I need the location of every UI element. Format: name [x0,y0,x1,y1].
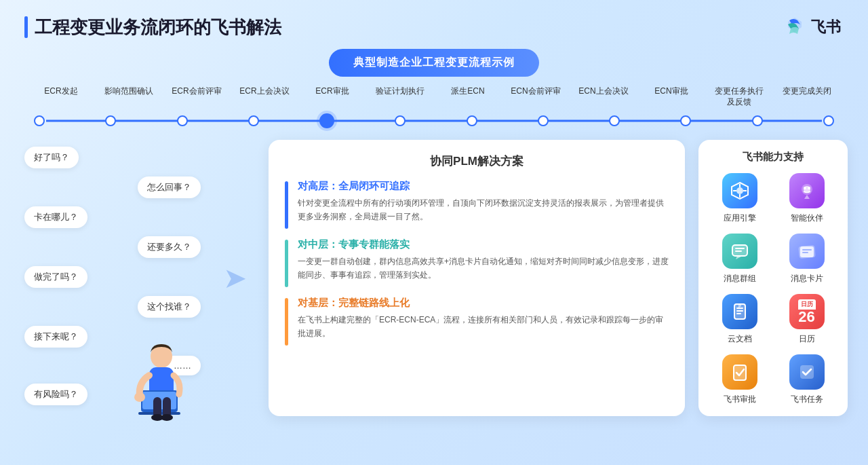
plm-item-bar [285,298,288,346]
timeline-label: 派生ECN [441,86,495,107]
timeline-node [177,115,188,126]
svg-point-9 [161,414,173,421]
timeline-node [105,115,116,126]
capability-item: 消息卡片 [776,234,837,284]
plm-item: 对中层：专事专群能落实一变更一群自动创建，群内信息高效共享+消息卡片自动化通知，… [285,238,669,287]
svg-point-10 [736,187,743,194]
chat-message-row: 这个找谁？ [24,296,201,323]
chat-bubble: 卡在哪儿？ [24,206,87,228]
header: 工程变更业务流闭环的飞书解法 飞书 [0,0,868,46]
plm-item: 对基层：完整链路线上化在飞书上构建完整的「ECR-ECN-ECA」流程，连接所有… [285,297,669,346]
feishu-logo-icon [783,15,807,39]
capability-item: P云文档 [709,294,770,345]
chat-message-row: 怎么回事？ [24,176,201,204]
capability-icon [722,173,757,208]
timeline-nodes [34,113,834,128]
plm-item-desc: 一变更一群自动创建，群内信息高效共享+消息卡片自动化通知，缩短对齐时间同时减少信… [298,255,669,282]
capability-label: 飞书审批 [724,394,756,405]
timeline-container: ECR发起影响范围确认ECR会前评审ECR上会决议ECR审批验证计划执行派生EC… [0,86,868,129]
timeline-label: ECN上会决议 [576,86,631,107]
process-banner: 典型制造企业工程变更流程示例 [329,49,539,77]
capability-item: 日历26日历 [776,294,837,345]
timeline-label: 影响范围确认 [102,86,156,107]
capability-icon [789,173,825,208]
chat-bubble: 怎么回事？ [138,176,201,198]
svg-point-14 [808,187,810,189]
timeline-node [248,115,259,126]
capability-icon: P [722,294,757,329]
capabilities-panel: 飞书能力支持 应用引擎智能伙伴消息群组消息卡片P云文档日历26日历飞书审批飞书任… [698,140,848,416]
svg-point-13 [804,187,806,189]
logo-text: 飞书 [811,17,841,37]
arrow-area: ➤ [214,140,255,416]
timeline-label: ECR会前评审 [170,86,224,107]
plm-item: 对高层：全局闭环可追踪针对变更全流程中所有的行动项闭环管理，自顶向下闭环数据沉淀… [285,180,669,229]
timeline-label: ECN会前评审 [509,86,563,107]
person-illustration [119,341,194,423]
capability-label: 智能伙伴 [791,212,823,224]
capability-label: 消息卡片 [791,273,823,284]
capability-icon [789,354,825,390]
capability-icon [789,234,825,269]
plm-item-desc: 针对变更全流程中所有的行动项闭环管理，自顶向下闭环数据沉淀支持灵活的报表展示，为… [298,197,669,224]
plm-item-content: 对中层：专事专群能落实一变更一群自动创建，群内信息高效共享+消息卡片自动化通知，… [298,238,669,282]
process-banner-wrap: 典型制造企业工程变更流程示例 [0,49,868,77]
plm-item-content: 对基层：完整链路线上化在飞书上构建完整的「ECR-ECN-ECA」流程，连接所有… [298,297,669,341]
timeline-node [467,115,477,126]
timeline-node [538,115,549,126]
chat-message-row: 做完了吗？ [24,266,201,293]
timeline-labels: ECR发起影响范围确认ECR会前评审ECR上会决议ECR审批验证计划执行派生EC… [34,86,834,107]
svg-point-5 [134,392,145,402]
plm-item-desc: 在飞书上构建完整的「ECR-ECN-ECA」流程，连接所有相关部门和人员，有效记… [298,314,669,341]
page-title: 工程变更业务流闭环的飞书解法 [35,16,281,39]
right-arrow-icon: ➤ [223,261,247,295]
timeline-label: 变更任务执行及反馈 [712,86,766,107]
plm-item-title: 对高层：全局闭环可追踪 [298,180,669,193]
svg-text:P: P [738,304,741,308]
plm-item-content: 对高层：全局闭环可追踪针对变更全流程中所有的行动项闭环管理，自顶向下闭环数据沉淀… [298,180,669,224]
chat-message-row: 卡在哪儿？ [24,206,201,234]
timeline-node [395,115,406,126]
plm-item-title: 对基层：完整链路线上化 [298,297,669,310]
chat-message-row: 还要多久？ [24,236,201,263]
capabilities-grid: 应用引擎智能伙伴消息群组消息卡片P云文档日历26日历飞书审批飞书任务 [709,173,837,405]
capability-item: 飞书任务 [776,354,837,405]
capability-icon [722,234,757,269]
timeline-label: ECN审批 [644,86,698,107]
timeline-label: ECR发起 [34,86,88,107]
timeline-node [319,113,334,128]
capability-label: 云文档 [728,333,752,345]
capability-item: 应用引擎 [709,173,770,224]
timeline-node [823,115,834,126]
timeline-label: ECR上会决议 [237,86,292,107]
timeline-node [609,115,620,126]
timeline-node [34,115,45,126]
timeline-track [34,113,834,129]
timeline-label: 验证计划执行 [373,86,427,107]
timeline-label: ECR审批 [305,86,359,107]
chat-area: 好了吗？怎么回事？卡在哪儿？还要多久？做完了吗？这个找谁？接下来呢？……有风险吗… [24,140,201,416]
capability-item: 飞书审批 [709,354,770,405]
header-title-area: 工程变更业务流闭环的飞书解法 [24,16,281,39]
svg-rect-22 [734,365,746,380]
main-content: 好了吗？怎么回事？卡在哪儿？还要多久？做完了吗？这个找谁？接下来呢？……有风险吗… [0,132,868,424]
chat-bubble: 接下来呢？ [24,326,87,348]
chat-message-row: 好了吗？ [24,147,201,174]
capability-icon: 日历26 [789,294,825,329]
capability-icon [722,354,757,390]
chat-bubble: 好了吗？ [24,147,79,168]
plm-item-bar [285,181,288,229]
chat-bubble: 做完了吗？ [24,266,87,288]
chat-bubble: 这个找谁？ [138,296,201,318]
plm-title: 协同PLM解决方案 [285,153,669,169]
capabilities-title: 飞书能力支持 [709,151,837,164]
capability-item: 消息群组 [709,234,770,284]
logo-area: 飞书 [783,15,841,39]
timeline-node [752,115,763,126]
chat-bubble: 有风险吗？ [24,384,87,405]
capability-label: 应用引擎 [724,212,756,224]
capability-label: 飞书任务 [791,394,823,405]
timeline-label: 变更完成关闭 [780,86,834,107]
plm-item-bar [285,240,288,287]
chat-bubble: 还要多久？ [138,236,201,258]
